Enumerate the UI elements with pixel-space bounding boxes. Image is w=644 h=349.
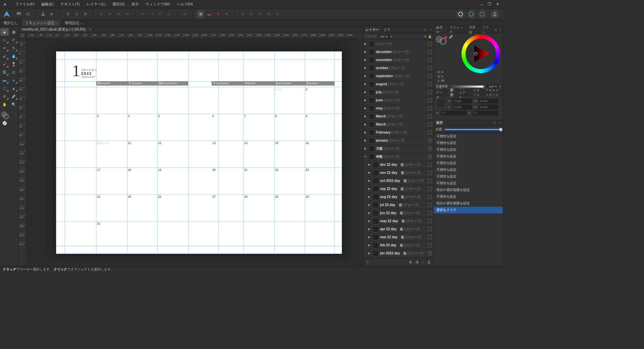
visibility-checkbox[interactable] <box>428 98 432 102</box>
ellipse-tool[interactable]: ● <box>9 77 18 84</box>
layer-lock-icon[interactable]: 🔒 <box>428 35 432 38</box>
tab-swatch[interactable]: スウォッチ <box>447 27 467 33</box>
layers-list[interactable]: ▶ (グループ)▶december (グループ)▶november (グループ)… <box>363 40 433 258</box>
expand-icon[interactable]: ▶ <box>367 187 371 190</box>
expand-icon[interactable]: ▶ <box>367 219 371 222</box>
layer-row[interactable]: ▶october (グループ) <box>363 64 433 72</box>
tab-color[interactable]: カラー <box>434 27 447 33</box>
tab-transform[interactable]: 変形 <box>448 89 456 96</box>
ruler-horizontal[interactable]: -30-20-100102030405060708090100110120130… <box>26 33 363 39</box>
share-icon[interactable] <box>24 10 31 18</box>
dropdown-icon[interactable]: ▾ <box>223 10 230 18</box>
hide-icon[interactable]: ▭ <box>106 10 113 18</box>
snap-nodes-icon[interactable]: ⊠ <box>82 10 89 18</box>
ruler-corner[interactable] <box>18 33 26 39</box>
transform-h[interactable]: 0 mm <box>479 105 498 109</box>
color-panel-close-icon[interactable]: ▪ <box>498 27 503 33</box>
panel-close-icon[interactable]: ▪ <box>428 27 433 33</box>
visibility-checkbox[interactable] <box>428 66 432 70</box>
add-layer-icon[interactable]: ▫ <box>420 259 426 265</box>
distribute-icon[interactable]: ≡ <box>181 10 189 18</box>
align-top-icon[interactable]: ⊥ <box>165 10 173 18</box>
expand-icon[interactable]: ▶ <box>363 74 367 78</box>
expand-icon[interactable]: ▶ <box>367 171 371 174</box>
ctx-doc-settings[interactable]: ドキュメント設定... <box>22 19 61 26</box>
persona-publisher[interactable] <box>456 9 465 19</box>
visibility-checkbox[interactable] <box>428 131 432 135</box>
expand-icon[interactable]: ▶ <box>367 203 371 206</box>
menu-text[interactable]: テキスト(T) <box>57 2 83 7</box>
tab-layers[interactable]: レイヤー <box>363 27 381 33</box>
visibility-checkbox[interactable]: ✓ <box>428 251 432 255</box>
opacity-dropdown-icon[interactable]: ▾ <box>390 35 392 38</box>
anchor-icon[interactable]: ⚓ <box>40 10 47 18</box>
visibility-checkbox[interactable] <box>428 227 432 231</box>
maximize-button[interactable]: ❐ <box>485 2 493 6</box>
tab-textstyle[interactable]: テキストスタイル <box>483 89 503 96</box>
layer-row[interactable]: ▼奇数 (グループ)✓ <box>363 153 433 161</box>
align-left-icon[interactable]: ⊢ <box>139 10 147 18</box>
menu-help[interactable]: ヘルプ(H) <box>173 2 196 7</box>
menu-select[interactable]: 選択(S) <box>109 2 128 7</box>
order-backward-icon[interactable]: ▭ <box>256 10 264 18</box>
history-item[interactable]: 可視性を設定 <box>434 160 503 166</box>
history-item[interactable]: 可視性を設定 <box>434 193 503 200</box>
visibility-checkbox[interactable] <box>428 90 432 94</box>
visibility-checkbox[interactable] <box>428 163 432 167</box>
expand-icon[interactable]: ▶ <box>367 236 371 239</box>
expand-icon[interactable]: ▶ <box>363 50 367 53</box>
visibility-checkbox[interactable] <box>428 58 432 62</box>
visibility-checkbox[interactable] <box>428 114 432 118</box>
tab-history[interactable]: 履歴 <box>434 119 445 126</box>
menu-file[interactable]: ファイル(F) <box>12 2 38 7</box>
grid-toggle-icon[interactable]: ⊞ <box>197 10 204 18</box>
transform-x[interactable]: 0 mm <box>452 99 472 103</box>
hand-tool[interactable]: ✋ <box>0 101 9 108</box>
layer-row[interactable]: ▶jul 22 day 右 (グループ) <box>363 201 433 209</box>
close-doc-icon[interactable]: × <box>89 28 91 31</box>
scrollbar-horizontal[interactable] <box>26 261 358 266</box>
order-back-icon[interactable]: ▭ <box>265 10 272 18</box>
visibility-checkbox[interactable] <box>428 42 432 46</box>
layer-row[interactable]: ▶september (グループ) <box>363 72 433 80</box>
menu-layer[interactable]: レイヤー(L) <box>83 2 109 7</box>
persona-designer[interactable] <box>467 9 476 19</box>
history-item[interactable]: 現在の選択範囲を設定 <box>434 200 503 207</box>
layer-row[interactable]: ▶may 22 day 右 (グループ) <box>363 217 433 225</box>
visibility-checkbox[interactable]: ✓ <box>428 147 432 151</box>
tab-stroke[interactable]: 境界線 <box>467 27 480 33</box>
history-item[interactable]: 可視性を設定 <box>434 153 503 160</box>
opacity-value[interactable]: 100 % <box>378 35 390 39</box>
layer-row[interactable]: ▶ (グループ) <box>363 40 433 48</box>
pages-tool[interactable]: ▦ <box>9 28 18 36</box>
expand-icon[interactable]: ▶ <box>367 179 371 182</box>
expand-icon[interactable]: ▶ <box>363 99 367 102</box>
expand-icon[interactable]: ▶ <box>367 163 371 166</box>
visibility-checkbox[interactable] <box>428 187 432 191</box>
tab-brush[interactable]: ブラシ <box>480 27 493 33</box>
none-swatch[interactable] <box>0 119 9 127</box>
delete-layer-icon[interactable]: 🗑 <box>426 259 432 265</box>
fill-tool[interactable]: 🍷 <box>9 60 18 68</box>
visibility-checkbox[interactable]: ✓ <box>428 139 432 143</box>
rect-tool[interactable]: ▬ <box>0 77 9 84</box>
visibility-checkbox[interactable] <box>428 179 432 183</box>
expand-icon[interactable]: ▶ <box>363 123 367 126</box>
layer-row[interactable]: ▶March (グループ) <box>363 120 433 129</box>
order-forward-icon[interactable]: ▭ <box>248 10 255 18</box>
visibility-checkbox[interactable] <box>428 235 432 239</box>
layer-row[interactable]: ▶june (グループ) <box>363 96 433 104</box>
tab-effect[interactable]: エフェクト <box>457 89 471 96</box>
layer-row[interactable]: ▶March (グループ) <box>363 112 433 120</box>
ctx-env-settings[interactable]: 環境設定... <box>61 19 86 26</box>
layer-row[interactable]: ▶feb 22 day 右 (グループ) <box>363 241 433 249</box>
snap-bounds-icon[interactable]: ⊡ <box>73 10 80 18</box>
history-item[interactable]: 可視性を設定 <box>434 180 503 187</box>
tab-text[interactable]: 文字 <box>381 27 393 33</box>
baseline-icon[interactable]: ▬ <box>206 10 213 18</box>
expand-icon[interactable]: ▶ <box>367 195 371 198</box>
expand-icon[interactable]: ▶ <box>363 91 367 94</box>
visibility-checkbox[interactable] <box>428 203 432 207</box>
image-tool[interactable]: 🖼 <box>0 68 9 76</box>
layer-fx-icon[interactable]: ⚙ <box>424 35 427 38</box>
